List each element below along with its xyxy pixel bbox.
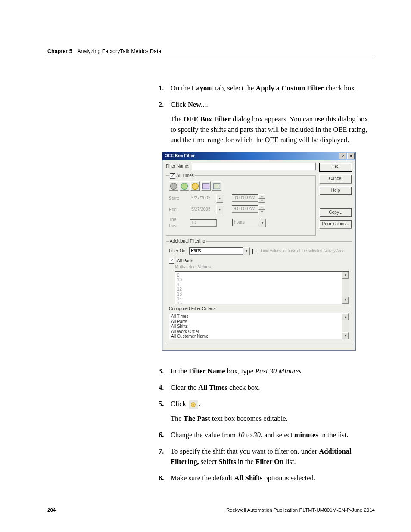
past-value-input[interactable]: 10 (190, 219, 217, 227)
step-3: In the Filter Name box, type Past 30 Min… (171, 366, 374, 376)
scroll-down-icon[interactable]: ▾ (342, 332, 349, 339)
step-number: 4. (159, 383, 171, 393)
dialog-titlebar: OEE Box Filter ? × (162, 152, 355, 160)
svg-point-0 (171, 183, 177, 190)
step-1: On the Layout tab, select the Apply a Cu… (171, 83, 374, 93)
permissions-button[interactable]: Permissions... (319, 220, 352, 229)
dropdown-icon[interactable]: ▾ (216, 195, 223, 203)
calendar-alt-icon[interactable] (212, 181, 221, 191)
list-item[interactable]: 15 (177, 301, 347, 304)
calendar-icon[interactable] (201, 181, 211, 191)
start-date-input[interactable]: 5/27/2005 (190, 195, 216, 202)
list-item: All Work Order (171, 329, 347, 334)
start-label: Start: (169, 196, 187, 202)
filter-on-label: Filter On: (169, 248, 187, 255)
filter-on-select[interactable]: Parts (189, 247, 243, 255)
end-date-input[interactable]: 5/27/2005 (190, 206, 216, 213)
list-item[interactable]: 10 (177, 277, 347, 282)
values-listbox[interactable]: 0 10 11 12 13 14 15 ▴▾ (175, 271, 349, 304)
help-button[interactable]: Help (319, 186, 352, 195)
clock-green-icon[interactable] (180, 181, 189, 191)
all-times-label: All Times (176, 173, 194, 178)
list-item[interactable]: 11 (177, 282, 347, 287)
svg-point-1 (181, 183, 188, 190)
dropdown-icon[interactable]: ▾ (259, 219, 266, 227)
all-times-checkbox[interactable]: ✓ (170, 173, 175, 179)
end-time-input[interactable]: 9:00:00 AM (232, 205, 258, 213)
criteria-listbox[interactable]: All Times All Parts All Shifts All Work … (169, 313, 349, 339)
all-times-group: ✓ All Times (166, 173, 316, 236)
dropdown-icon[interactable]: ▾ (243, 247, 250, 255)
past-label: The Past: (169, 217, 187, 229)
step-6: Change the value from 10 to 30, and sele… (171, 430, 374, 440)
step-5: Click . The The Past text box becomes ed… (171, 399, 374, 424)
dialog-title: OEE Box Filter (165, 153, 195, 159)
page-number: 204 (47, 507, 56, 513)
additional-filtering-label: Additional Filtering (169, 238, 206, 245)
scroll-up-icon[interactable]: ▴ (342, 313, 349, 320)
filter-name-input[interactable] (192, 163, 316, 170)
step-2: Click New.... The OEE Box Filter dialog … (171, 100, 374, 360)
scroll-down-icon[interactable]: ▾ (342, 297, 349, 304)
help-icon[interactable]: ? (339, 153, 346, 159)
svg-rect-3 (203, 184, 209, 189)
oee-box-filter-dialog: OEE Box Filter ? × Filter Name: (162, 152, 356, 351)
step-8: Make sure the default All Shifts option … (171, 473, 374, 483)
header-rule (47, 57, 375, 57)
step-number: 8. (159, 473, 171, 483)
cancel-button[interactable]: Cancel (319, 174, 352, 184)
list-item: All Times (171, 314, 347, 319)
svg-point-2 (192, 183, 199, 190)
page-footer: 204 Rockwell Automation Publication PLTM… (47, 507, 375, 513)
running-header: Chapter 5 Analyzing FactoryTalk Metrics … (47, 48, 375, 54)
list-item: All Shifts (171, 324, 347, 329)
filter-name-label: Filter Name: (166, 163, 189, 170)
time-preset-toolbar (169, 181, 313, 191)
close-icon[interactable]: × (347, 153, 355, 159)
ok-button[interactable]: OK (319, 163, 352, 172)
clock-yellow-icon[interactable] (190, 181, 200, 191)
dropdown-icon[interactable]: ▾ (216, 206, 223, 214)
list-item[interactable]: 0 (177, 273, 347, 277)
chapter-title: Analyzing FactoryTalk Metrics Data (77, 48, 161, 54)
list-item[interactable]: 14 (177, 296, 347, 301)
end-label: End: (169, 207, 187, 213)
all-parts-checkbox[interactable]: ✓ (169, 258, 174, 264)
limit-values-checkbox[interactable] (252, 249, 258, 254)
list-item[interactable]: 12 (177, 287, 347, 292)
clock-yellow-icon (189, 400, 198, 409)
chapter-label: Chapter 5 (47, 48, 72, 54)
list-item: All Parts (171, 319, 347, 324)
scroll-up-icon[interactable]: ▴ (342, 272, 349, 279)
list-item: All Customer Name (171, 334, 347, 339)
step-7: To specify the shift that you want to fi… (171, 446, 374, 467)
step-number: 6. (159, 430, 171, 440)
past-unit-select[interactable]: hours (232, 219, 259, 226)
spinner-down-icon[interactable]: ▾ (258, 199, 265, 203)
clock-gray-icon[interactable] (169, 181, 178, 191)
step-number: 7. (159, 446, 171, 467)
publication-line: Rockwell Automation Publication PLTMT-UM… (226, 507, 375, 513)
step-number: 3. (159, 366, 171, 376)
svg-rect-4 (214, 184, 220, 189)
list-item[interactable]: 13 (177, 292, 347, 296)
spinner-down-icon[interactable]: ▾ (258, 210, 265, 214)
start-time-input[interactable]: 8:00:00 AM (232, 194, 258, 202)
all-parts-label: All Parts (177, 258, 193, 264)
step-number: 5. (159, 399, 171, 424)
step-number: 1. (159, 83, 171, 93)
copy-button[interactable]: Copy... (319, 208, 352, 217)
step-4: Clear the All Times check box. (171, 383, 374, 393)
